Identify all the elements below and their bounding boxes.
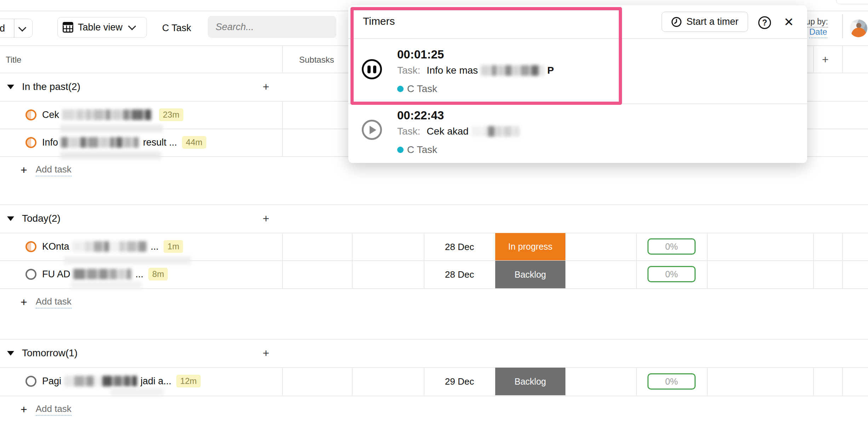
group-label: In the past(2) — [22, 81, 80, 92]
column-header-title[interactable]: Title — [6, 55, 21, 65]
redacted-text — [472, 126, 520, 137]
redacted-text-line2 — [60, 152, 161, 159]
task-label: Task: — [397, 126, 420, 137]
left-split-button-label: d — [0, 23, 5, 34]
list-color-dot — [397, 86, 404, 92]
table-view-label: Table view — [78, 22, 122, 33]
redacted-text-line2 — [110, 388, 164, 396]
search-placeholder: Search... — [216, 22, 254, 33]
task-status-icon[interactable] — [25, 376, 36, 387]
search-input[interactable]: Search... — [208, 16, 336, 38]
column-border — [282, 45, 283, 73]
group-add-button[interactable]: + — [263, 80, 269, 94]
redacted-text — [61, 137, 139, 148]
task-status-icon[interactable] — [25, 269, 36, 280]
timer-task-line[interactable]: Task: Cek akad — [397, 126, 522, 137]
group-header-today[interactable]: Today(2) + — [0, 204, 868, 233]
timer-list-line: C Task — [397, 144, 437, 155]
duration-badge: 1m — [164, 240, 183, 253]
timer-list-name: C Task — [407, 144, 437, 155]
task-title-suffix: ... — [136, 269, 144, 280]
add-task-button[interactable]: + Add task — [21, 403, 72, 416]
redacted-text — [73, 269, 131, 279]
play-icon — [370, 126, 376, 134]
left-split-button[interactable]: d — [0, 19, 33, 38]
timers-panel: Timers Start a timer ? ✕ 00:01:25 Task: … — [348, 5, 807, 163]
timer-list-line: C Task — [397, 83, 437, 95]
duration-badge: 12m — [176, 375, 201, 387]
redacted-text — [72, 241, 147, 252]
task-title-prefix[interactable]: Info — [42, 137, 58, 148]
add-column-button[interactable]: + — [822, 53, 829, 66]
redacted-text — [64, 376, 137, 386]
due-date-cell[interactable]: 29 Dec — [424, 376, 495, 387]
timer-task-line[interactable]: Task: Info ke mas P — [397, 65, 554, 76]
duration-badge: 8m — [148, 268, 168, 280]
add-task-label: Add task — [36, 164, 72, 176]
status-badge[interactable]: In progress — [495, 233, 565, 260]
close-icon[interactable]: ✕ — [784, 16, 794, 28]
group-by-value-link[interactable]: Date — [809, 27, 827, 38]
duration-badge: 44m — [182, 136, 206, 149]
task-title-prefix[interactable]: KOnta — [42, 241, 69, 252]
task-title-suffix: ... — [151, 241, 159, 252]
timer-separator — [348, 103, 807, 104]
timer-task-title: Info ke mas — [427, 65, 478, 76]
group-label: Today(2) — [22, 213, 61, 224]
timer-elapsed: 00:01:25 — [397, 48, 444, 61]
add-task-label: Add task — [36, 403, 72, 416]
chevron-down-icon — [128, 22, 136, 30]
list-color-dot — [397, 147, 404, 153]
group-header-tomorrow[interactable]: Tomorrow(1) + — [0, 339, 868, 367]
duration-badge: 23m — [159, 108, 183, 121]
task-label: Task: — [397, 65, 420, 76]
add-task-button[interactable]: + Add task — [21, 164, 72, 177]
task-status-icon[interactable] — [25, 137, 36, 148]
partial-top-button[interactable] — [836, 0, 868, 4]
redacted-text — [62, 109, 151, 120]
task-title-prefix[interactable]: FU AD — [42, 269, 70, 280]
group-add-button[interactable]: + — [263, 347, 269, 360]
timer-list-name: C Task — [407, 83, 437, 95]
panel-divider — [348, 38, 807, 39]
user-avatar[interactable] — [850, 19, 867, 37]
task-status-icon[interactable] — [25, 109, 36, 120]
task-title-suffix: result ... — [143, 137, 177, 148]
table-view-button[interactable]: Table view — [57, 17, 147, 38]
column-header-subtasks[interactable]: Subtasks — [299, 55, 334, 65]
add-task-button[interactable]: + Add task — [21, 296, 72, 309]
collapse-triangle-icon[interactable] — [7, 216, 14, 221]
column-border — [813, 45, 814, 73]
pause-timer-button[interactable] — [362, 59, 382, 79]
play-timer-button[interactable] — [362, 120, 382, 140]
start-timer-label: Start a timer — [686, 16, 738, 27]
plus-icon: + — [21, 164, 27, 177]
due-date-cell[interactable]: 28 Dec — [424, 269, 495, 280]
group-add-button[interactable]: + — [263, 212, 269, 225]
progress-badge[interactable]: 0% — [647, 266, 696, 282]
workspace-label: C Task — [162, 23, 191, 34]
task-title-prefix[interactable]: Cek — [42, 109, 59, 120]
progress-badge[interactable]: 0% — [647, 238, 696, 255]
status-badge[interactable]: Backlog — [495, 261, 565, 288]
redacted-text-line2 — [71, 282, 142, 289]
status-badge[interactable]: Backlog — [495, 368, 565, 395]
plus-icon: + — [21, 403, 27, 416]
timer-elapsed: 00:22:43 — [397, 109, 444, 122]
column-border — [842, 45, 843, 73]
timer-task-title: Cek akad — [427, 126, 468, 137]
add-task-label: Add task — [36, 296, 72, 308]
help-icon[interactable]: ? — [758, 16, 771, 29]
timer-task-suffix: P — [547, 65, 554, 76]
toolbar-divider — [842, 14, 843, 38]
timers-panel-title: Timers — [363, 15, 395, 27]
start-timer-button[interactable]: Start a timer — [662, 12, 748, 32]
collapse-triangle-icon[interactable] — [7, 85, 14, 89]
task-title-prefix[interactable]: Pagi — [42, 376, 61, 387]
progress-badge[interactable]: 0% — [647, 373, 696, 390]
due-date-cell[interactable]: 28 Dec — [424, 242, 495, 253]
collapse-triangle-icon[interactable] — [7, 351, 14, 356]
task-status-icon[interactable] — [25, 241, 36, 252]
chevron-down-icon[interactable] — [18, 24, 27, 32]
clock-icon — [671, 17, 682, 27]
